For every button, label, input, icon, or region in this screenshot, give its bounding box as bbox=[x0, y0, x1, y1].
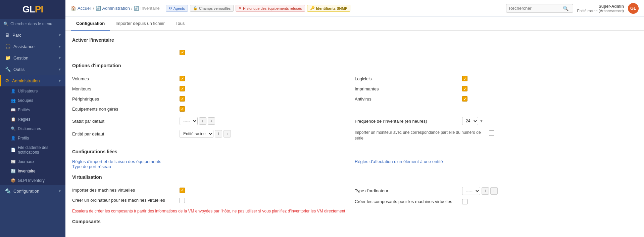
breadcrumb-administration[interactable]: Administration bbox=[102, 6, 130, 11]
control-peripheriques[interactable] bbox=[180, 96, 185, 102]
gestion-icon: 📁 bbox=[5, 55, 11, 61]
control-type-ordinateur[interactable]: ----- i + bbox=[462, 187, 498, 195]
tab-configuration[interactable]: Configuration bbox=[71, 17, 110, 31]
search-box[interactable]: 🔍 bbox=[506, 4, 573, 13]
control-moniteur-correspondance[interactable] bbox=[489, 130, 494, 136]
label-equipements-non-geres: Équipements non gérés bbox=[72, 107, 180, 112]
sidebar-item-label: Gestion bbox=[13, 55, 29, 61]
avatar[interactable]: GL bbox=[628, 3, 639, 14]
checkbox-logiciels[interactable] bbox=[462, 76, 467, 81]
tab-tous[interactable]: Tous bbox=[170, 17, 190, 31]
control-statut[interactable]: ----- i + bbox=[180, 117, 215, 125]
checkbox-importer-vm[interactable] bbox=[180, 188, 185, 193]
sidebar-item-entites[interactable]: 📖 Entités bbox=[0, 105, 65, 115]
form-content: Activer l'inventaire Options d'importati… bbox=[65, 31, 644, 234]
control-entite[interactable]: Entité racine i + bbox=[180, 130, 231, 138]
control-antivirus[interactable] bbox=[462, 96, 467, 102]
info-button-entite[interactable]: i bbox=[215, 130, 222, 137]
control-importer-vm[interactable] bbox=[180, 188, 185, 193]
breadcrumb-sep-icon: 🔄 bbox=[96, 6, 101, 11]
sidebar-item-regles[interactable]: 📋 Règles bbox=[0, 115, 65, 124]
link-regles-affectation[interactable]: Règles d'affectation d'un élément à une … bbox=[355, 158, 443, 165]
select-entite[interactable]: Entité racine bbox=[180, 130, 213, 138]
col-left-options: Volumes Moniteurs Périphériques bbox=[72, 73, 355, 115]
sidebar-item-dictionnaires[interactable]: 🔍 Dictionnaires bbox=[0, 124, 65, 133]
search-input[interactable] bbox=[509, 6, 563, 11]
checkbox-creer-ordinateur[interactable] bbox=[180, 198, 185, 203]
tag-identifiants-snmp[interactable]: 🔑 Identifiants SNMP bbox=[307, 5, 351, 12]
add-button-statut[interactable]: + bbox=[208, 117, 215, 125]
sidebar-item-configuration[interactable]: 🔩 Configuration ▼ bbox=[0, 185, 65, 197]
sidebar-search-link[interactable]: 🔍 Chercher dans le menu bbox=[3, 22, 62, 26]
chevron-down-icon: ▼ bbox=[58, 79, 61, 83]
checkbox-moniteur-correspondance[interactable] bbox=[489, 130, 494, 136]
sidebar-item-profils[interactable]: 👤 Profils bbox=[0, 133, 65, 143]
checkbox-antivirus[interactable] bbox=[462, 96, 467, 102]
select-type-ordinateur[interactable]: ----- bbox=[462, 187, 480, 195]
add-button-entite[interactable]: + bbox=[224, 130, 231, 137]
sidebar-item-utilisateurs[interactable]: 👤 Utilisateurs bbox=[0, 86, 65, 96]
label-moniteur-correspondance: Importer un moniteur avec une correspond… bbox=[355, 130, 489, 141]
sidebar-item-groupes[interactable]: 👥 Groupes bbox=[0, 96, 65, 105]
label-antivirus: Antivirus bbox=[355, 96, 462, 102]
checkbox-creer-composants[interactable] bbox=[462, 199, 467, 204]
control-frequence[interactable]: 24 ▼ bbox=[462, 117, 483, 125]
control-moniteurs[interactable] bbox=[180, 86, 185, 91]
checkbox-equipements-non-geres[interactable] bbox=[180, 106, 185, 112]
sidebar-search[interactable]: 🔍 Chercher dans le menu bbox=[0, 19, 65, 29]
header-left: 🏠 Accueil / 🔄 Administration / 🔄 Inventa… bbox=[71, 5, 350, 12]
sidebar-item-outils[interactable]: 🔧 Outils ▼ bbox=[0, 64, 65, 75]
control-activer[interactable] bbox=[180, 50, 185, 55]
link-type-port[interactable]: Type de port réseau bbox=[72, 163, 111, 170]
sidebar-item-file-attente[interactable]: 📄 File d'attente des notifications bbox=[0, 143, 65, 157]
select-statut[interactable]: ----- bbox=[180, 117, 198, 125]
sidebar: GLPI 🔍 Chercher dans le menu 🖥 Parc ▼ 🎧 … bbox=[0, 0, 65, 237]
sidebar-item-assistance[interactable]: 🎧 Assistance ▼ bbox=[0, 41, 65, 52]
info-button-type-ordinateur[interactable]: i bbox=[482, 187, 489, 195]
tag-agents-label: Agents bbox=[174, 6, 185, 10]
tag-champs-verrouilles[interactable]: 🔒 Champs verrouillés bbox=[190, 5, 234, 12]
tag-historique-label: Historique des équipements refusés bbox=[243, 6, 302, 10]
info-button-statut[interactable]: i bbox=[199, 117, 206, 125]
row-volumes: Volumes bbox=[72, 74, 355, 84]
row-importer-vm: Importer des machines virtuelles bbox=[72, 185, 355, 195]
tab-importer[interactable]: Importer depuis un fichier bbox=[110, 17, 170, 31]
tag-agents[interactable]: ⚙ Agents bbox=[166, 5, 188, 12]
sidebar-item-glpi-inventory[interactable]: 📦 GLPI Inventory bbox=[0, 176, 65, 185]
sidebar-item-inventaire[interactable]: 🔄 Inventaire bbox=[0, 166, 65, 176]
sidebar-item-label: Outils bbox=[13, 67, 24, 72]
lock-icon: 🔒 bbox=[193, 6, 198, 10]
add-button-type-ordinateur[interactable]: + bbox=[490, 187, 498, 195]
checkbox-imprimantes[interactable] bbox=[462, 86, 467, 91]
header-right: 🔍 Super-Admin Entité racine (Arborescenc… bbox=[506, 3, 639, 14]
row-moniteur-correspondance: Importer un moniteur avec une correspond… bbox=[355, 128, 637, 143]
checkbox-peripheriques[interactable] bbox=[180, 96, 185, 102]
control-logiciels[interactable] bbox=[462, 76, 467, 81]
chevron-down-icon: ▼ bbox=[58, 33, 61, 37]
select-frequence[interactable]: 24 bbox=[462, 117, 478, 125]
checkbox-moniteurs[interactable] bbox=[180, 86, 185, 91]
sidebar-item-label: Parc bbox=[12, 33, 21, 38]
configs-linked-grid: Règles d'import et de liaison des équipe… bbox=[72, 159, 637, 169]
col-right-options: Logiciels Imprimantes Antivirus bbox=[355, 73, 637, 115]
sidebar-sub-label: Inventaire bbox=[18, 169, 36, 173]
control-creer-composants[interactable] bbox=[462, 199, 467, 204]
control-volumes[interactable] bbox=[180, 76, 185, 81]
col-config-links-left: Règles d'import et de liaison des équipe… bbox=[72, 159, 355, 169]
sidebar-item-gestion[interactable]: 📁 Gestion ▼ bbox=[0, 52, 65, 64]
glpi-inv-icon: 📦 bbox=[11, 178, 16, 183]
assistance-icon: 🎧 bbox=[5, 44, 11, 49]
sidebar-item-journaux[interactable]: 📰 Journaux bbox=[0, 157, 65, 166]
control-equipements[interactable] bbox=[180, 106, 185, 112]
groups-icon: 👥 bbox=[11, 98, 16, 103]
checkbox-volumes[interactable] bbox=[180, 76, 185, 81]
sidebar-item-administration[interactable]: ⚙ Administration ▼ bbox=[0, 75, 65, 86]
row-activer-inventaire bbox=[72, 47, 637, 57]
breadcrumb-accueil[interactable]: Accueil bbox=[78, 6, 92, 11]
sidebar-item-parc[interactable]: 🖥 Parc ▼ bbox=[0, 29, 65, 41]
tag-historique[interactable]: ✕ Historique des équipements refusés bbox=[236, 5, 305, 12]
control-imprimantes[interactable] bbox=[462, 86, 467, 91]
checkbox-activer-inventaire[interactable] bbox=[180, 50, 185, 55]
control-creer-ordinateur[interactable] bbox=[180, 198, 185, 203]
section-title-virtualisation: Virtualisation bbox=[72, 174, 637, 181]
